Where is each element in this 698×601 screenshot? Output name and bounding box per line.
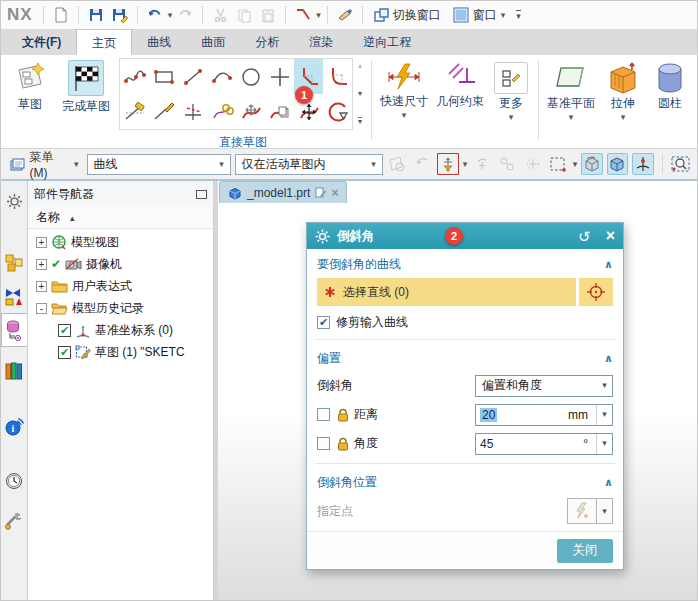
undo-button[interactable] (144, 4, 166, 26)
save-button[interactable] (85, 4, 107, 26)
rotate-selection-button[interactable] (471, 153, 492, 175)
checkbox-checked[interactable]: ✔ (58, 324, 71, 337)
angle-input[interactable]: 45 ° ▾ (475, 433, 613, 455)
geometric-constraints-button[interactable]: 几何约束 (432, 58, 488, 110)
gallery-down-icon[interactable]: ▾ (358, 90, 362, 98)
chamfer-quick-dropdown[interactable]: ▾ (316, 11, 321, 20)
tree-item-model-history[interactable]: - 模型历史记录 (28, 297, 213, 319)
chamfer-quick-button[interactable] (292, 4, 314, 26)
cylinder-button[interactable]: 圆柱 (647, 58, 693, 112)
expand-icon[interactable]: + (36, 237, 47, 248)
tab-reverse-engineering[interactable]: 逆向工程 (348, 30, 426, 55)
navigator-column-header[interactable]: 名称 ▴ (28, 207, 213, 229)
constraint-navigator-button[interactable] (1, 283, 27, 311)
window-button[interactable]: 窗口 ▾ (448, 4, 511, 26)
tree-item-cameras[interactable]: + ✔ 摄像机 (28, 253, 213, 275)
copy-button[interactable] (233, 4, 255, 26)
collapse-chevron-icon[interactable]: ∧ (604, 352, 613, 365)
datum-plane-dropdown[interactable]: ▾ (569, 113, 574, 122)
extrude-button[interactable]: 拉伸 ▾ (599, 58, 647, 122)
circle-tool[interactable] (236, 59, 265, 94)
part-navigator-button[interactable] (1, 313, 27, 347)
move-curve-tool[interactable] (236, 94, 265, 129)
customize-qat-button[interactable]: ▾ (516, 10, 521, 21)
quick-dimension-button[interactable]: 快速尺寸 ▾ (376, 58, 432, 120)
angle-checkbox[interactable] (317, 437, 330, 450)
collapse-chevron-icon[interactable]: ∧ (604, 476, 613, 489)
previous-selection-button[interactable] (412, 153, 433, 175)
make-corner-tool[interactable] (207, 94, 236, 129)
tree-item-sketch[interactable]: ✔ 草图 (1) "SKETC (28, 341, 213, 363)
reuse-library-button[interactable] (1, 357, 27, 385)
line-tool[interactable] (178, 59, 207, 94)
checkbox-checked[interactable]: ✔ (58, 346, 71, 359)
tab-surface[interactable]: 曲面 (186, 30, 240, 55)
distance-input[interactable]: 20 mm ▾ (475, 404, 613, 426)
enable-snap-button[interactable] (522, 153, 543, 175)
point-dialog-button[interactable] (579, 278, 613, 306)
menu-button[interactable]: 菜单(M) ▾ (6, 149, 83, 180)
section-curves-to-chamfer[interactable]: 要倒斜角的曲线 ∧ (317, 251, 613, 277)
tree-item-model-views[interactable]: + 模型视图 (28, 231, 213, 253)
profile-tool[interactable] (120, 59, 149, 94)
tab-home[interactable]: 主页 (76, 29, 132, 55)
fillet-tool[interactable] (323, 59, 352, 94)
new-file-button[interactable] (50, 4, 72, 26)
point-tool[interactable] (265, 59, 294, 94)
trim-input-curves-row[interactable]: ✔ 修剪输入曲线 (317, 310, 613, 334)
tab-analysis[interactable]: 分析 (240, 30, 294, 55)
specify-point-button[interactable] (567, 498, 597, 524)
resize-fillet-tool[interactable] (323, 94, 352, 129)
system-tools-button[interactable] (1, 507, 27, 535)
scope-filter-combo[interactable]: 仅在活动草图内 ▾ (235, 154, 383, 175)
dialog-title-bar[interactable]: 倒斜角 2 ↺ × (307, 223, 623, 249)
extend-tool[interactable] (149, 94, 178, 129)
rectangle-select-dropdown[interactable]: ▾ (573, 160, 578, 169)
zoom-region-button[interactable] (671, 153, 692, 175)
selection-filter-dropdown[interactable]: ▾ (463, 160, 468, 169)
graphics-canvas[interactable]: _model1.prt × 倒斜角 2 ↺ × 要倒斜角的曲线 ∧ (218, 181, 697, 601)
section-offset[interactable]: 偏置 ∧ (317, 345, 613, 371)
angle-unit-dropdown[interactable]: ▾ (596, 434, 612, 454)
snap-point-button[interactable] (497, 153, 518, 175)
chamfer-tool[interactable]: 1 (294, 59, 323, 94)
select-in-assembly-button[interactable] (387, 153, 408, 175)
sketch-button[interactable]: 草图 (5, 58, 55, 113)
more-dropdown[interactable]: ▾ (509, 113, 514, 122)
maximize-panel-button[interactable] (196, 190, 207, 199)
tab-curve[interactable]: 曲线 (132, 30, 186, 55)
distance-checkbox[interactable] (317, 408, 330, 421)
expand-icon[interactable]: + (36, 281, 47, 292)
paste-button[interactable] (257, 4, 279, 26)
type-filter-combo[interactable]: 曲线 ▾ (87, 154, 231, 175)
close-button[interactable]: 关闭 (557, 539, 613, 563)
tree-item-user-expressions[interactable]: + 用户表达式 (28, 275, 213, 297)
dialog-close-icon-button[interactable]: × (606, 228, 615, 244)
section-chamfer-position[interactable]: 倒斜角位置 ∧ (317, 469, 613, 495)
gallery-expand-icon[interactable]: ▾ (358, 117, 362, 126)
tab-file[interactable]: 文件(F) (7, 30, 76, 55)
redo-button[interactable] (174, 4, 196, 26)
switch-window-button[interactable]: 切换窗口 (369, 4, 446, 26)
orient-view-button[interactable] (632, 153, 653, 175)
expand-icon[interactable]: + (36, 259, 47, 270)
collapse-icon[interactable]: - (36, 303, 47, 314)
quick-dimension-dropdown[interactable]: ▾ (402, 111, 407, 120)
wireframe-view-button[interactable] (607, 153, 628, 175)
tab-render[interactable]: 渲染 (294, 30, 348, 55)
cut-button[interactable] (209, 4, 231, 26)
assembly-navigator-button[interactable] (1, 249, 27, 277)
shaded-view-button[interactable] (581, 153, 602, 175)
datum-plane-button[interactable]: 基准平面 ▾ (543, 58, 599, 122)
offset-move-curve-tool[interactable] (265, 94, 294, 129)
select-line-field[interactable]: 选择直线 (0) (317, 278, 576, 306)
arc-tool[interactable] (207, 59, 236, 94)
tree-item-datum-csys[interactable]: ✔ 基准坐标系 (0) (28, 319, 213, 341)
tab-close-icon[interactable]: × (331, 186, 338, 200)
chamfer-mode-select[interactable]: 偏置和角度 ▾ (475, 375, 613, 397)
save-as-button[interactable] (109, 4, 131, 26)
gallery-scroll[interactable]: ▴ ▾ ▾ (353, 58, 367, 130)
distance-unit-dropdown[interactable]: ▾ (596, 405, 612, 425)
quick-trim-tool[interactable] (178, 94, 207, 129)
format-painter-button[interactable] (334, 4, 356, 26)
